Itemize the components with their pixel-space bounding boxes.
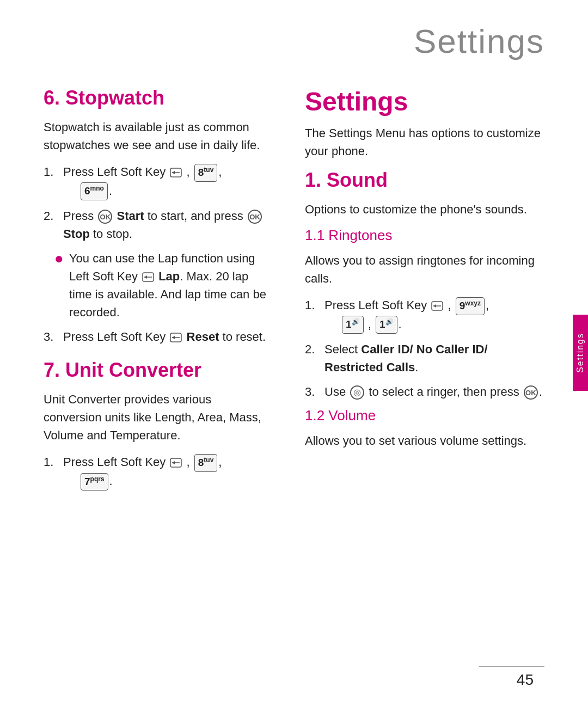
page-header: Settings: [0, 0, 588, 71]
bullet-dot: ●: [54, 249, 64, 268]
key-6mno: 6mno: [81, 182, 108, 200]
left-soft-key-icon-bullet: [142, 271, 154, 283]
step-6-3-num: 3.: [44, 328, 60, 346]
key-8tuv-7: 8tuv: [194, 454, 218, 472]
ok-icon-r3: OK: [524, 385, 538, 400]
left-column: 6. Stopwatch Stopwatch is available just…: [44, 82, 272, 504]
ok-icon-2: OK: [248, 210, 262, 224]
step-1-1-3-content: Use ◎ to select a ringer, then press OK.: [324, 383, 544, 401]
step-7-1-content: Press Left Soft Key , 8tuv, 7pqrs.: [63, 453, 272, 491]
section-1-intro: Options to customize the phone's sounds.: [305, 200, 544, 218]
section-7-unit-converter: 7. Unit Converter Unit Converter provide…: [44, 359, 272, 491]
left-soft-key-icon-r1: [431, 300, 443, 312]
nav-icon: ◎: [350, 385, 364, 400]
step-1-1-1-num: 1.: [305, 296, 321, 314]
section-7-title: 7. Unit Converter: [44, 359, 272, 382]
step-1-1-2-num: 2.: [305, 340, 321, 358]
left-soft-key-icon-3: [170, 332, 182, 344]
key-9wxyz: 9wxyz: [456, 297, 485, 315]
step-6-1-content: Press Left Soft Key , 8tuv, 6mno.: [63, 163, 272, 200]
section-1-title: 1. Sound: [305, 169, 544, 192]
step-6-3-content: Press Left Soft Key Reset to reset.: [63, 328, 272, 346]
subsection-1-1-title: 1.1 Ringtones: [305, 227, 544, 244]
step-1-1-3-num: 3.: [305, 383, 321, 401]
subsection-1-1-intro: Allows you to assign ringtones for incom…: [305, 252, 544, 287]
section-1-sound: 1. Sound Options to customize the phone'…: [305, 169, 544, 450]
step-1-1-2: 2. Select Caller ID/ No Caller ID/ Restr…: [305, 340, 544, 376]
step-6-1: 1. Press Left Soft Key , 8tuv, 6mno.: [44, 163, 272, 200]
step-6-2: 2. Press OK Start to start, and press OK…: [44, 207, 272, 243]
ok-icon-1: OK: [98, 210, 112, 224]
key-1-a: 1🔊: [342, 316, 364, 334]
section-6-stopwatch: 6. Stopwatch Stopwatch is available just…: [44, 87, 272, 346]
subsection-1-2-title: 1.2 Volume: [305, 407, 544, 424]
svg-marker-14: [433, 304, 436, 308]
subsection-1-2: 1.2 Volume Allows you to set various vol…: [305, 407, 544, 450]
step-6-3: 3. Press Left Soft Key Reset to reset.: [44, 328, 272, 346]
section-6-intro: Stopwatch is available just as common st…: [44, 118, 272, 154]
step-1-1-1: 1. Press Left Soft Key , 9wxyz, 1🔊 , 1�: [305, 296, 544, 334]
left-soft-key-icon-1: [170, 167, 182, 179]
sidebar-tab: Settings: [573, 315, 588, 391]
svg-marker-2: [172, 171, 175, 174]
svg-marker-11: [172, 461, 175, 464]
svg-marker-5: [144, 275, 147, 279]
step-1-1-1-content: Press Left Soft Key , 9wxyz, 1🔊 , 1🔊.: [324, 296, 544, 334]
step-6-2-num: 2.: [44, 207, 60, 225]
page-number: 45: [517, 671, 534, 689]
right-column: Settings The Settings Menu has options t…: [305, 82, 544, 504]
bullet-text: You can use the Lap function using Left …: [69, 249, 272, 321]
step-1-1-3: 3. Use ◎ to select a ringer, then press …: [305, 383, 544, 401]
sidebar-tab-text: Settings: [575, 333, 585, 373]
step-7-1: 1. Press Left Soft Key , 8tuv, 7pqrs.: [44, 453, 272, 491]
key-8tuv: 8tuv: [194, 164, 218, 182]
content-area: 6. Stopwatch Stopwatch is available just…: [0, 71, 588, 525]
step-6-2-content: Press OK Start to start, and press OK St…: [63, 207, 272, 243]
footer-line: [479, 666, 544, 667]
step-7-1-num: 1.: [44, 453, 60, 471]
step-1-1-2-content: Select Caller ID/ No Caller ID/ Restrict…: [324, 340, 544, 376]
key-1-b: 1🔊: [376, 316, 397, 334]
subsection-1-2-intro: Allows you to set various volume setting…: [305, 432, 544, 450]
left-soft-key-icon-7-1: [170, 457, 182, 469]
header-title: Settings: [44, 22, 544, 60]
bullet-item-6: ● You can use the Lap function using Lef…: [54, 249, 272, 321]
section-6-title: 6. Stopwatch: [44, 87, 272, 109]
step-6-1-num: 1.: [44, 163, 60, 181]
subsection-1-1: 1.1 Ringtones Allows you to assign ringt…: [305, 227, 544, 401]
settings-main-title: Settings: [305, 87, 544, 117]
section-7-intro: Unit Converter provides various conversi…: [44, 390, 272, 444]
svg-marker-8: [172, 336, 175, 339]
settings-intro: The Settings Menu has options to customi…: [305, 124, 544, 160]
key-7pqrs: 7pqrs: [81, 473, 108, 491]
